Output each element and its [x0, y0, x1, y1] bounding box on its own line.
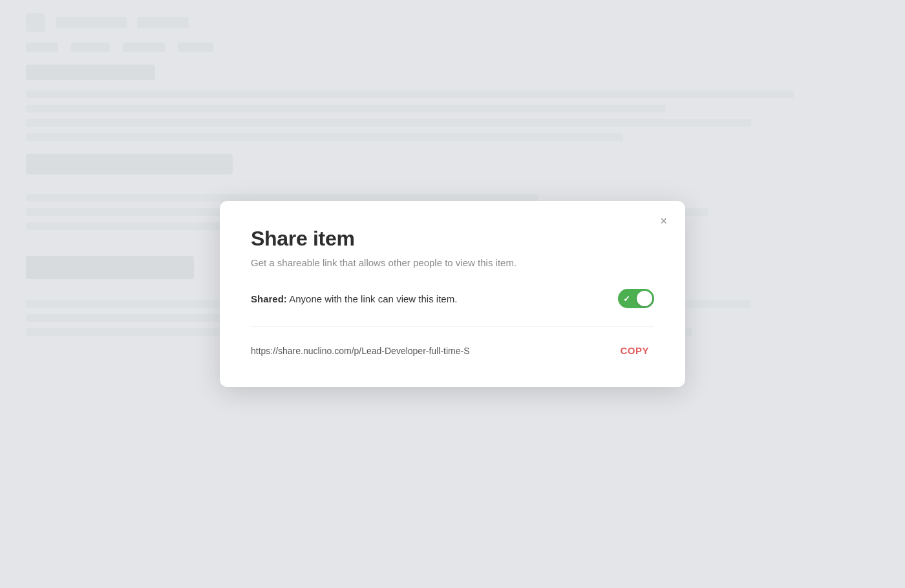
url-row: https://share.nuclino.com/p/Lead-Develop… — [251, 326, 654, 359]
share-url: https://share.nuclino.com/p/Lead-Develop… — [251, 346, 604, 356]
share-toggle[interactable]: ✓ — [618, 289, 654, 308]
modal-overlay: × Share item Get a shareable link that a… — [0, 0, 905, 588]
shared-description: Anyone with the link can view this item. — [287, 293, 457, 304]
share-dialog: × Share item Get a shareable link that a… — [220, 201, 685, 387]
modal-title: Share item — [251, 227, 654, 251]
copy-button[interactable]: COPY — [615, 342, 654, 359]
toggle-track: ✓ — [618, 289, 654, 308]
share-status-label: Shared: Anyone with the link can view th… — [251, 293, 457, 304]
toggle-thumb — [637, 291, 652, 306]
share-toggle-row: Shared: Anyone with the link can view th… — [251, 289, 654, 308]
shared-bold-label: Shared: — [251, 293, 287, 304]
toggle-check-icon: ✓ — [623, 294, 630, 304]
close-button[interactable]: × — [655, 213, 672, 229]
modal-subtitle: Get a shareable link that allows other p… — [251, 257, 654, 268]
